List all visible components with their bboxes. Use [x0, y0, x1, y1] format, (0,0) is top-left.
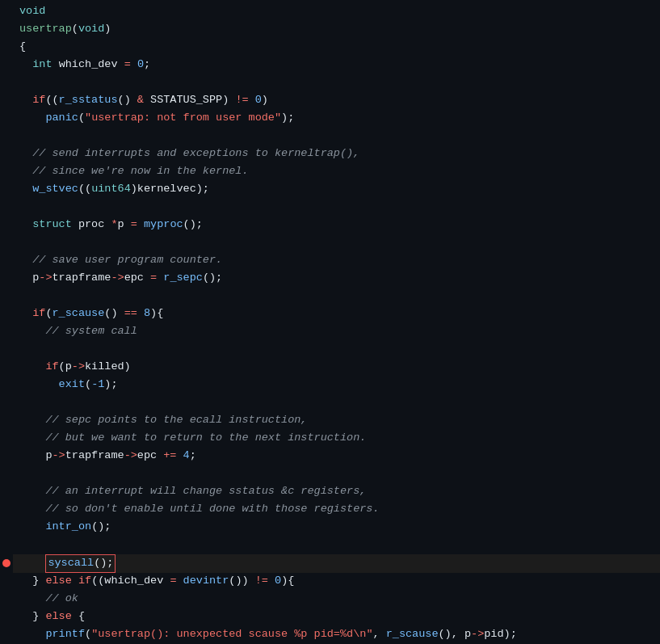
breakpoint-area	[0, 74, 13, 92]
breakpoint-area	[0, 57, 13, 74]
breakpoint-area	[0, 234, 13, 252]
line-content	[13, 288, 660, 305]
code-line: intr_on();	[0, 519, 660, 537]
line-content: // but we want to return to the next ins…	[13, 430, 660, 448]
code-line: // system call	[0, 323, 660, 341]
breakpoint-area	[0, 573, 13, 591]
code-line: if(r_scause() == 8){	[0, 305, 660, 323]
line-content: // ok	[13, 591, 660, 608]
code-line: p->trapframe->epc = r_sepc();	[0, 270, 660, 288]
breakpoint-indicator	[0, 554, 13, 573]
code-line: // but we want to return to the next ins…	[0, 430, 660, 448]
line-content: // since we're now in the kernel.	[13, 163, 660, 181]
line-content: // so don't enable until done with those…	[13, 501, 660, 519]
line-content: // save user program counter.	[13, 252, 660, 270]
code-line: usertrap(void)	[0, 21, 660, 39]
breakpoint-area	[0, 110, 13, 128]
breakpoint-area	[0, 39, 13, 57]
breakpoint-area	[0, 3, 13, 21]
line-content: // sepc points to the ecall instruction,	[13, 412, 660, 430]
line-content: usertrap(void)	[13, 21, 660, 39]
line-content: panic("usertrap: not from user mode");	[13, 110, 660, 128]
code-editor: void usertrap(void) { int which_dev = 0;…	[0, 0, 660, 644]
line-content: // an interrupt will change sstatus &c r…	[13, 483, 660, 501]
line-content: // system call	[13, 323, 660, 341]
active-code-line: syscall();	[0, 554, 660, 573]
line-content: {	[13, 39, 660, 57]
breakpoint-area	[0, 608, 13, 626]
code-line	[0, 199, 660, 217]
breakpoint-area	[0, 199, 13, 217]
code-line	[0, 128, 660, 145]
code-line	[0, 341, 660, 359]
line-content: p->trapframe->epc += 4;	[13, 448, 660, 465]
code-line: // save user program counter.	[0, 252, 660, 270]
code-line: // since we're now in the kernel.	[0, 163, 660, 181]
line-content	[13, 394, 660, 412]
breakpoint-area	[0, 21, 13, 39]
code-line	[0, 74, 660, 92]
code-line: } else if((which_dev = devintr()) != 0){	[0, 573, 660, 591]
code-line	[0, 465, 660, 483]
line-content: int which_dev = 0;	[13, 57, 660, 74]
code-line	[0, 394, 660, 412]
line-content	[13, 234, 660, 252]
breakpoint-area	[0, 412, 13, 430]
line-content: syscall();	[13, 554, 660, 573]
breakpoint-area	[0, 591, 13, 608]
code-line: struct proc *p = myproc();	[0, 217, 660, 234]
breakpoint-area	[0, 377, 13, 394]
code-line: {	[0, 39, 660, 57]
breakpoint-area	[0, 394, 13, 412]
line-content: exit(-1);	[13, 377, 660, 394]
line-content: if(r_scause() == 8){	[13, 305, 660, 323]
breakpoint-area	[0, 519, 13, 537]
line-content: printf("usertrap(): unexpected scause %p…	[13, 626, 660, 644]
line-content: struct proc *p = myproc();	[13, 217, 660, 234]
code-line	[0, 234, 660, 252]
line-content: w_stvec((uint64)kernelvec);	[13, 181, 660, 199]
breakpoint-area	[0, 128, 13, 145]
breakpoint-area	[0, 483, 13, 501]
line-content: void	[13, 3, 660, 21]
breakpoint-area	[0, 323, 13, 341]
breakpoint-area	[0, 501, 13, 519]
breakpoint-area	[0, 92, 13, 110]
code-line: panic("usertrap: not from user mode");	[0, 110, 660, 128]
breakpoint-area	[0, 341, 13, 359]
code-line	[0, 288, 660, 305]
breakpoint-area	[0, 305, 13, 323]
line-content: p->trapframe->epc = r_sepc();	[13, 270, 660, 288]
breakpoint-area	[0, 181, 13, 199]
breakpoint-area	[0, 163, 13, 181]
code-line: // an interrupt will change sstatus &c r…	[0, 483, 660, 501]
code-line: p->trapframe->epc += 4;	[0, 448, 660, 465]
line-content	[13, 537, 660, 554]
line-content: if((r_sstatus() & SSTATUS_SPP) != 0)	[13, 92, 660, 110]
code-line	[0, 537, 660, 554]
code-line: exit(-1);	[0, 377, 660, 394]
code-line: // ok	[0, 591, 660, 608]
line-content: if(p->killed)	[13, 359, 660, 377]
line-content: // send interrupts and exceptions to ker…	[13, 145, 660, 163]
breakpoint-area	[0, 145, 13, 163]
line-content	[13, 128, 660, 145]
breakpoint-area	[0, 537, 13, 554]
breakpoint-area	[0, 288, 13, 305]
breakpoint-area	[0, 465, 13, 483]
breakpoint-area	[0, 359, 13, 377]
line-content: } else if((which_dev = devintr()) != 0){	[13, 573, 660, 591]
breakpoint-area	[0, 270, 13, 288]
line-content	[13, 74, 660, 92]
breakpoint-area	[0, 430, 13, 448]
code-line: w_stvec((uint64)kernelvec);	[0, 181, 660, 199]
code-line: // sepc points to the ecall instruction,	[0, 412, 660, 430]
line-content	[13, 465, 660, 483]
code-line: if(p->killed)	[0, 359, 660, 377]
breakpoint-area	[0, 626, 13, 644]
code-line: void	[0, 3, 660, 21]
code-line: if((r_sstatus() & SSTATUS_SPP) != 0)	[0, 92, 660, 110]
code-line: int which_dev = 0;	[0, 57, 660, 74]
line-content	[13, 199, 660, 217]
breakpoint-dot	[2, 559, 11, 567]
